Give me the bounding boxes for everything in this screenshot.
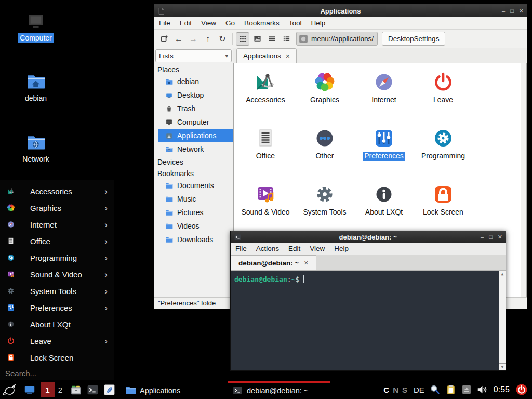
desktop-icon [165,91,174,99]
scroll-up-icon[interactable]: ▲ [501,271,504,277]
task-applications[interactable]: Applications [121,381,223,398]
sidebar-item-desktop[interactable]: Desktop [154,88,233,102]
path-bar[interactable]: menu://applications/ [296,32,378,46]
sidebar-item-debian[interactable]: debian [154,75,233,88]
menu-item-accessories[interactable]: Accessories› [0,183,114,200]
menu-view[interactable]: View [305,243,329,255]
clipboard-icon[interactable] [445,384,457,395]
desktop-icon-network[interactable]: Network [10,132,62,164]
show-desktop-icon[interactable] [23,383,36,396]
app-item-internet[interactable]: Internet [354,70,414,126]
app-item-office[interactable]: Office [236,126,295,182]
terminal-content[interactable]: debian@debian:~$ ▲ ▼ [231,271,506,370]
menu-help[interactable]: Help [306,17,330,29]
sidebar-item-documents[interactable]: Documents [154,179,233,192]
menu-item-preferences[interactable]: Preferences› [0,299,114,316]
up-button[interactable]: ↑ [201,32,215,46]
workspace-2-button[interactable]: 2 [55,382,66,397]
app-item-accessories[interactable]: Accessories [236,70,295,126]
menu-item-graphics[interactable]: Graphics› [0,200,114,216]
sidebar-item-music[interactable]: Music [154,192,233,206]
quicklaunch-featherpad-icon[interactable] [103,383,116,396]
sidebar-item-trash[interactable]: Trash [154,102,233,115]
menu-edit[interactable]: Edit [284,243,305,255]
menu-item-leave[interactable]: Leave› [0,332,114,349]
new-tab-button[interactable] [157,32,171,46]
menu-file[interactable]: File [154,17,175,29]
vertical-scrollbar[interactable] [521,63,526,297]
tab-close-icon[interactable]: × [286,52,290,60]
minimize-icon[interactable]: – [502,8,505,14]
maximize-icon[interactable]: □ [489,234,493,240]
taskbar: 1 2 Applications debian@debian: ~ C N S … [0,380,532,399]
terminal-scrollbar[interactable]: ▲ ▼ [499,271,506,370]
tab-close-icon[interactable]: × [304,259,308,267]
detailed-list-button[interactable] [265,32,278,46]
sidebar-item-downloads[interactable]: Downloads [154,233,233,246]
forward-button[interactable]: → [187,32,200,46]
app-item-other[interactable]: Other [295,126,354,182]
app-item-preferences[interactable]: Preferences [354,126,414,182]
sidebar-item-videos[interactable]: Videos [154,219,233,233]
task-terminal[interactable]: debian@debian: ~ [228,381,330,398]
terminal-titlebar[interactable]: debian@debian: ~ – □ ✕ [231,231,506,243]
app-item-programming[interactable]: Programming [414,126,473,182]
removable-media-icon[interactable] [461,384,472,395]
menu-edit[interactable]: Edit [175,17,196,29]
tab-applications[interactable]: Applications × [236,48,297,63]
close-icon[interactable]: ✕ [519,8,524,14]
menu-actions[interactable]: Actions [251,243,284,255]
clock[interactable]: 0:55 [494,385,510,394]
compact-view-button[interactable] [280,32,293,46]
app-item-lock-screen[interactable]: Lock Screen [414,182,473,238]
fm-titlebar[interactable]: Applications – □ ✕ [154,5,527,17]
menu-item-office[interactable]: Office› [0,233,114,249]
reload-button[interactable]: ↻ [216,32,229,46]
sidebar-item-network[interactable]: Network [154,142,233,156]
app-item-about-lxqt[interactable]: About LXQt [354,182,414,238]
app-item-graphics[interactable]: Graphics [295,70,354,126]
menu-item-internet[interactable]: Internet› [0,216,114,233]
desktop-settings-button[interactable]: DesktopSettings [382,32,445,46]
menu-item-programming[interactable]: Programming› [0,249,114,266]
app-item-leave[interactable]: Leave [414,70,473,126]
maximize-icon[interactable]: □ [510,8,514,14]
power-button-icon[interactable] [515,383,528,396]
sidebar-item-applications[interactable]: Applications [158,129,233,142]
lxqt-menu-icon[interactable] [2,382,18,397]
screenshot-tool-icon[interactable] [429,384,441,395]
programming-icon [6,253,16,262]
sidebar-item-computer[interactable]: Computer [154,115,233,129]
sidebar-item-pictures[interactable]: Pictures [154,206,233,219]
menu-item-lock-screen[interactable]: Lock Screen [0,349,114,366]
menu-item-about-lxqt[interactable]: About LXQt [0,316,114,332]
keyboard-layout-indicator[interactable]: DE [414,385,424,394]
menu-view[interactable]: View [196,17,221,29]
menu-go[interactable]: Go [221,17,240,29]
menu-help[interactable]: Help [329,243,353,255]
folder-icon [165,236,174,244]
search-input[interactable] [0,369,114,378]
menu-item-sound-video[interactable]: Sound & Video› [0,266,114,283]
quicklaunch-file-manager-icon[interactable] [70,383,83,396]
sidebar-header-devices: Devices [154,156,233,167]
workspace-1-button[interactable]: 1 [41,382,55,397]
quicklaunch-terminal-icon[interactable] [86,383,99,396]
close-icon[interactable]: ✕ [498,234,502,240]
sidebar-mode-select[interactable]: Lists ▾ [155,49,232,62]
menu-tool[interactable]: Tool [284,17,307,29]
menu-file[interactable]: File [231,243,251,255]
icon-view-button[interactable] [236,32,249,46]
volume-icon[interactable] [476,384,488,395]
minimize-icon[interactable]: – [481,234,484,240]
desktop-icon-debian[interactable]: debian [10,72,62,103]
app-item-sound-video[interactable]: Sound & Video [236,182,295,238]
desktop-icon-computer[interactable]: Computer [10,11,62,43]
thumbnail-view-button[interactable] [250,32,264,46]
back-button[interactable]: ← [172,32,185,46]
terminal-tab[interactable]: debian@debian: ~ × [231,255,316,270]
scroll-down-icon[interactable]: ▼ [499,363,506,370]
app-item-system-tools[interactable]: System Tools [295,182,354,238]
menu-item-system-tools[interactable]: System Tools› [0,283,114,299]
menu-bookmarks[interactable]: Bookmarks [240,17,284,29]
